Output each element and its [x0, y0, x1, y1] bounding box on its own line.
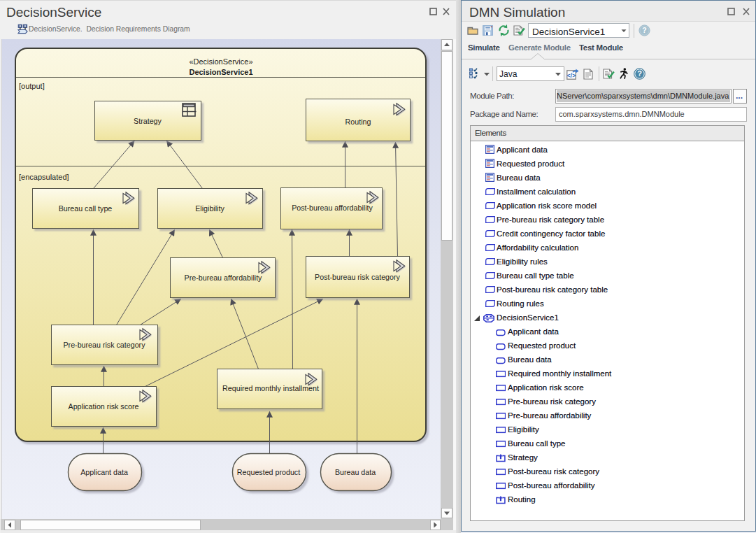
svg-text:Pre-bureau affordability: Pre-bureau affordability	[185, 273, 263, 282]
svg-text:?: ?	[637, 69, 642, 78]
svg-text:Bureau data: Bureau data	[335, 468, 376, 476]
svg-text:?: ?	[642, 26, 646, 34]
svg-text:Post-bureau affordability: Post-bureau affordability	[292, 204, 373, 212]
svg-text:Routing: Routing	[345, 118, 371, 126]
svg-text:Pre-bureau risk category: Pre-bureau risk category	[63, 341, 145, 349]
svg-text:Eligibility: Eligibility	[195, 204, 224, 213]
svg-text:Post-bureau risk category: Post-bureau risk category	[315, 273, 400, 281]
svg-text:[encapsulated]: [encapsulated]	[19, 173, 69, 181]
svg-text:Required monthly installment: Required monthly installment	[222, 384, 319, 392]
svg-text:DecisionService1: DecisionService1	[189, 68, 252, 76]
svg-text:</>: </>	[567, 72, 576, 79]
svg-text:[output]: [output]	[19, 82, 45, 90]
svg-text:Applicant data: Applicant data	[80, 468, 128, 476]
svg-text:«DecisionService»: «DecisionService»	[189, 57, 252, 66]
svg-text:Application risk score: Application risk score	[69, 402, 139, 411]
svg-text:Strategy: Strategy	[134, 117, 162, 125]
svg-text:Bureau call type: Bureau call type	[59, 204, 113, 213]
svg-text:Requested product: Requested product	[237, 468, 300, 476]
